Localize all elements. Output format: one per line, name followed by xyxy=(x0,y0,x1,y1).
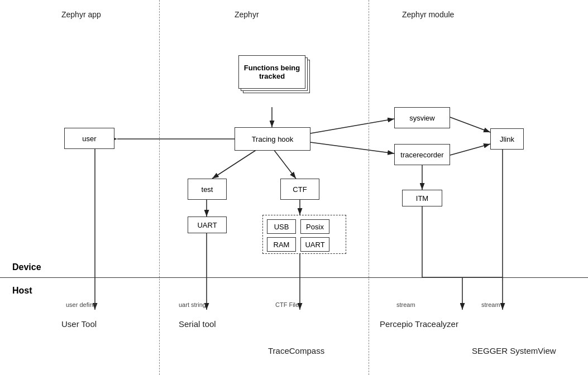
user-tool-label: User Tool xyxy=(61,319,97,329)
segger-label: SEGGER SystemView xyxy=(472,346,556,355)
uart-test-box: UART xyxy=(188,217,227,233)
uart-ctf-box: UART xyxy=(300,237,329,252)
ctf-label: CTF xyxy=(293,185,307,194)
uart-ctf-label: UART xyxy=(305,241,324,249)
divider-2 xyxy=(369,0,369,375)
svg-line-6 xyxy=(310,119,394,133)
functions-label: Functions being tracked xyxy=(238,55,305,89)
tracing-hook-box: Tracing hook xyxy=(235,127,310,151)
uart-test-label: UART xyxy=(197,221,217,229)
svg-line-5 xyxy=(274,150,296,179)
divider-1 xyxy=(159,0,160,375)
tracing-hook-label: Tracing hook xyxy=(252,135,294,143)
user-define-label: user define xyxy=(66,301,96,308)
uart-string-label: uart string xyxy=(179,301,206,308)
ram-box: RAM xyxy=(267,237,296,252)
sysview-box: sysview xyxy=(394,107,450,128)
test-label: test xyxy=(202,185,213,194)
tracerecorder-box: tracerecorder xyxy=(394,144,450,165)
serial-tool-label: Serial tool xyxy=(179,319,216,329)
section-zephyr-app: Zephyr app xyxy=(61,10,101,19)
host-label: Host xyxy=(12,286,32,296)
user-label: user xyxy=(82,134,96,143)
svg-line-7 xyxy=(310,142,394,153)
svg-line-4 xyxy=(212,150,257,179)
stream2-label: stream xyxy=(481,301,500,308)
device-host-divider xyxy=(0,277,588,278)
tracecompass-label: TraceCompass xyxy=(268,346,324,355)
stream1-label: stream xyxy=(396,301,415,308)
jlink-box: Jlink xyxy=(490,128,524,150)
ram-label: RAM xyxy=(274,241,290,249)
test-box: test xyxy=(188,179,227,200)
device-label: Device xyxy=(12,262,41,272)
percepio-label: Percepio Tracealyzer xyxy=(380,319,458,329)
jlink-label: Jlink xyxy=(500,135,514,143)
section-zephyr-module: Zephyr module xyxy=(402,10,454,19)
section-zephyr: Zephyr xyxy=(235,10,259,19)
itm-box: ITM xyxy=(402,190,442,206)
usb-label: USB xyxy=(274,223,289,231)
posix-box: Posix xyxy=(300,219,329,234)
ctf-box: CTF xyxy=(280,179,319,200)
usb-box: USB xyxy=(267,219,296,234)
svg-line-8 xyxy=(450,117,490,132)
ctf-file-label: CTF File xyxy=(275,301,299,308)
user-box: user xyxy=(64,128,114,149)
itm-label: ITM xyxy=(416,194,428,203)
sysview-label: sysview xyxy=(409,114,435,122)
posix-label: Posix xyxy=(306,223,324,231)
svg-line-9 xyxy=(450,144,490,155)
tracerecorder-label: tracerecorder xyxy=(400,151,443,159)
diagram-container: Zephyr app Zephyr Zephyr module Function… xyxy=(0,0,588,375)
